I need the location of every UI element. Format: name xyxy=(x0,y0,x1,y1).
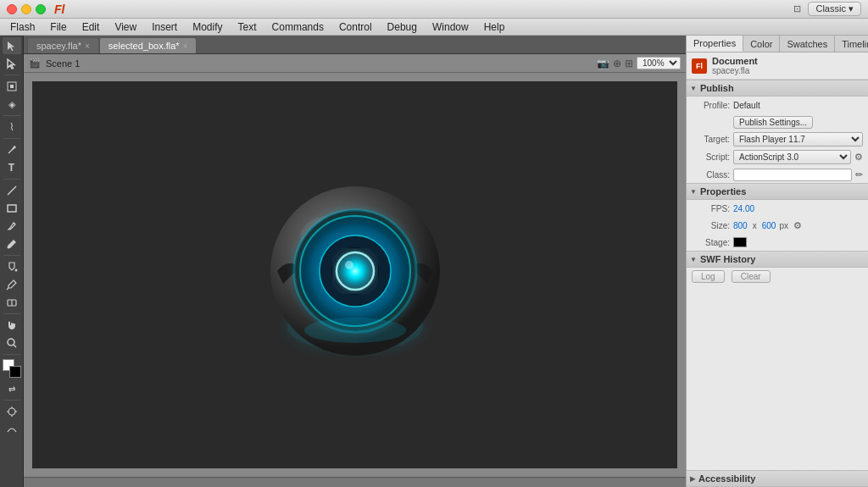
menu-flash[interactable]: Flash xyxy=(3,20,42,34)
menu-edit[interactable]: Edit xyxy=(75,20,107,34)
hand-tool[interactable] xyxy=(3,317,21,334)
pencil-tool[interactable] xyxy=(3,218,21,235)
fps-label: FPS: xyxy=(692,204,730,213)
profile-value: Default xyxy=(733,101,760,110)
subselection-tool[interactable] xyxy=(3,55,21,72)
script-settings-icon[interactable]: ⚙ xyxy=(854,152,863,163)
tab-color[interactable]: Color xyxy=(743,36,780,52)
grid-icon: ⊞ xyxy=(625,58,633,69)
app-title: Fl xyxy=(54,3,64,16)
menu-help[interactable]: Help xyxy=(477,20,512,34)
toolbar-separator-4 xyxy=(3,179,20,180)
eraser-tool[interactable] xyxy=(3,294,21,311)
toolbar-separator-5 xyxy=(3,255,20,256)
publish-settings-button[interactable]: Publish Settings... xyxy=(733,116,813,129)
close-button[interactable] xyxy=(7,4,17,14)
doc-filename: spacey.fla xyxy=(712,66,758,75)
tab-timeline[interactable]: Timeline xyxy=(835,36,868,52)
menu-window[interactable]: Window xyxy=(426,20,476,34)
class-input[interactable] xyxy=(733,169,852,181)
menu-modify[interactable]: Modify xyxy=(186,20,229,34)
tab-selected-box-label: selected_box.fla* xyxy=(108,41,180,51)
title-right: ⊡ Classic ▾ xyxy=(793,2,861,16)
toolbar-separator-8 xyxy=(3,400,20,401)
svg-line-12 xyxy=(14,345,16,347)
stage-color-swatch[interactable] xyxy=(733,237,747,247)
svg-line-8 xyxy=(7,288,8,290)
paint-bucket-tool[interactable] xyxy=(3,258,21,275)
doc-info: Document spacey.fla xyxy=(712,56,758,75)
size-x-separator: x xyxy=(753,221,757,230)
script-select[interactable]: ActionScript 3.0 xyxy=(733,150,851,164)
gradient-transform-tool[interactable]: ◈ xyxy=(3,96,21,113)
classic-button[interactable]: Classic ▾ xyxy=(808,2,861,16)
menu-view[interactable]: View xyxy=(108,20,143,34)
size-height[interactable]: 600 xyxy=(762,221,776,230)
menu-text[interactable]: Text xyxy=(231,20,264,34)
rectangle-tool[interactable] xyxy=(3,200,21,217)
brush-tool[interactable] xyxy=(3,235,21,252)
text-tool[interactable]: T xyxy=(3,159,21,176)
maximize-button[interactable] xyxy=(36,4,46,14)
stage-label: Stage: xyxy=(692,238,730,247)
selection-tool[interactable] xyxy=(3,37,21,54)
properties-section-header[interactable]: ▼ Properties xyxy=(687,183,868,200)
snap-to-objects[interactable] xyxy=(3,403,21,420)
left-toolbar: ◈ ⌇ T xyxy=(0,36,24,487)
svg-point-30 xyxy=(345,261,353,269)
size-width[interactable]: 800 xyxy=(733,221,748,230)
tab-bar: spacey.fla* × selected_box.fla* × xyxy=(24,36,686,54)
properties-label: Properties xyxy=(700,186,746,196)
swf-history-section-header[interactable]: ▼ SWF History xyxy=(687,251,868,268)
menu-insert[interactable]: Insert xyxy=(145,20,184,34)
swf-label: SWF History xyxy=(700,254,755,264)
horizontal-scrollbar[interactable] xyxy=(24,477,686,487)
zoom-tool[interactable] xyxy=(3,335,21,351)
minimize-button[interactable] xyxy=(21,4,31,14)
class-row: Class: ✏ xyxy=(687,166,868,183)
tab-properties[interactable]: Properties xyxy=(687,36,743,52)
profile-label: Profile: xyxy=(692,101,730,110)
smooth-tool[interactable] xyxy=(3,421,21,438)
lasso-tool[interactable]: ⌇ xyxy=(3,119,21,136)
svg-rect-1 xyxy=(10,86,13,88)
menu-control[interactable]: Control xyxy=(332,20,379,34)
swap-colors[interactable]: ⇄ xyxy=(3,380,21,397)
size-settings-icon[interactable]: ⚙ xyxy=(793,220,802,231)
window-controls-icon: ⊡ xyxy=(793,3,801,14)
stroke-color[interactable] xyxy=(3,359,21,378)
publish-label: Publish xyxy=(700,83,734,93)
class-edit-icon[interactable]: ✏ xyxy=(855,169,863,180)
tab-selected-box[interactable]: selected_box.fla* × xyxy=(99,37,198,53)
fps-row: FPS: 24.00 xyxy=(687,200,868,217)
zoom-select[interactable]: 100% 50% 200% xyxy=(637,57,681,69)
tab-spacey[interactable]: spacey.fla* × xyxy=(27,37,99,53)
script-label: Script: xyxy=(692,152,730,162)
tab-selected-box-close[interactable]: × xyxy=(183,42,188,51)
stage[interactable] xyxy=(32,81,677,468)
tab-spacey-close[interactable]: × xyxy=(85,42,90,51)
log-button[interactable]: Log xyxy=(692,270,725,283)
menu-debug[interactable]: Debug xyxy=(381,20,424,34)
line-tool[interactable] xyxy=(3,182,21,199)
fps-value[interactable]: 24.00 xyxy=(733,204,754,213)
accessibility-section-header[interactable]: ▶ Accessibility xyxy=(687,470,868,487)
publish-section-header[interactable]: ▼ Publish xyxy=(687,80,868,97)
toolbar-separator-7 xyxy=(3,354,20,355)
free-transform-tool[interactable] xyxy=(3,78,21,95)
main-layout: ◈ ⌇ T xyxy=(0,36,868,487)
svg-point-6 xyxy=(7,246,9,249)
tab-spacey-label: spacey.fla* xyxy=(36,41,81,51)
eyedropper-tool[interactable] xyxy=(3,276,21,293)
camera-icon: 📷 xyxy=(597,58,609,69)
menu-commands[interactable]: Commands xyxy=(265,20,331,34)
size-unit: px xyxy=(779,221,788,230)
tab-swatches[interactable]: Swatches xyxy=(780,36,835,52)
stage-row: Stage: xyxy=(687,234,868,251)
target-select[interactable]: Flash Player 11.7 xyxy=(733,132,863,147)
pen-tool[interactable] xyxy=(3,141,21,158)
doc-title: Document xyxy=(712,56,758,66)
menu-file[interactable]: File xyxy=(43,20,73,34)
svg-line-5 xyxy=(14,223,15,224)
clear-button[interactable]: Clear xyxy=(732,270,771,283)
